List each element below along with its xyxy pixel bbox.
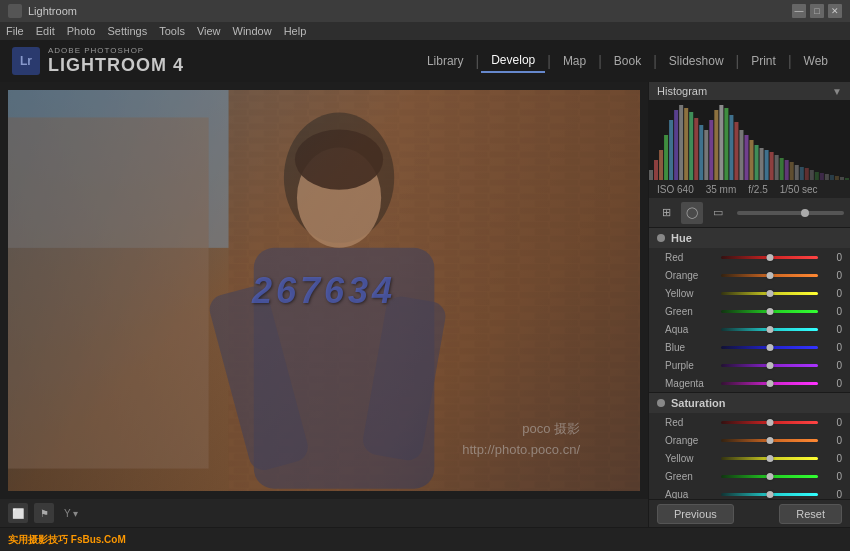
hue-header[interactable]: Hue <box>649 228 850 248</box>
sat-yellow-value: 0 <box>822 453 842 464</box>
hue-blue-row: Blue 0 <box>649 338 850 356</box>
tab-develop[interactable]: Develop <box>481 49 545 73</box>
sat-orange-row: Orange 0 <box>649 431 850 449</box>
hue-aqua-track[interactable] <box>721 328 818 331</box>
menu-view[interactable]: View <box>197 25 221 37</box>
top-nav: Lr ADOBE PHOTOSHOP LIGHTROOM 4 Library |… <box>0 40 850 82</box>
hue-orange-track[interactable] <box>721 274 818 277</box>
saturation-header-left: Saturation <box>657 397 725 409</box>
sat-green-track[interactable] <box>721 475 818 478</box>
close-button[interactable]: ✕ <box>828 4 842 18</box>
svg-rect-19 <box>684 108 688 180</box>
svg-rect-24 <box>709 120 713 180</box>
svg-rect-46 <box>820 173 824 180</box>
svg-rect-47 <box>825 174 829 180</box>
previous-button[interactable]: Previous <box>657 504 734 524</box>
minimize-button[interactable]: — <box>792 4 806 18</box>
sat-green-row: Green 0 <box>649 467 850 485</box>
histogram-title: Histogram <box>657 85 707 97</box>
sat-aqua-track[interactable] <box>721 493 818 496</box>
nav-tabs: Library | Develop | Map | Book | Slidesh… <box>417 49 838 73</box>
photo-toolbar: ⬜ ⚑ Y ▾ <box>0 499 648 527</box>
svg-point-9 <box>295 129 383 189</box>
sat-yellow-track[interactable] <box>721 457 818 460</box>
hue-purple-label: Purple <box>665 360 717 371</box>
sat-orange-value: 0 <box>822 435 842 446</box>
tab-library[interactable]: Library <box>417 50 474 72</box>
sat-aqua-label: Aqua <box>665 489 717 500</box>
svg-rect-22 <box>699 125 703 180</box>
sat-red-value: 0 <box>822 417 842 428</box>
hue-red-row: Red 0 <box>649 248 850 266</box>
hue-green-value: 0 <box>822 306 842 317</box>
sat-red-track[interactable] <box>721 421 818 424</box>
saturation-header[interactable]: Saturation <box>649 393 850 413</box>
tab-slideshow[interactable]: Slideshow <box>659 50 734 72</box>
tab-sep-2: | <box>547 53 551 69</box>
hue-blue-track[interactable] <box>721 346 818 349</box>
menu-window[interactable]: Window <box>233 25 272 37</box>
menu-edit[interactable]: Edit <box>36 25 55 37</box>
menu-settings[interactable]: Settings <box>107 25 147 37</box>
menu-photo[interactable]: Photo <box>67 25 96 37</box>
svg-rect-37 <box>775 155 779 180</box>
tool-rect[interactable]: ▭ <box>707 202 729 224</box>
sat-yellow-row: Yellow 0 <box>649 449 850 467</box>
menu-tools[interactable]: Tools <box>159 25 185 37</box>
main-area: 267634 poco 摄影 http://photo.poco.cn/ ⬜ ⚑… <box>0 82 850 527</box>
svg-rect-18 <box>679 105 683 180</box>
hue-green-row: Green 0 <box>649 302 850 320</box>
hue-purple-value: 0 <box>822 360 842 371</box>
sat-orange-track[interactable] <box>721 439 818 442</box>
shutter-value: 1/50 sec <box>780 184 818 195</box>
svg-rect-38 <box>780 158 784 180</box>
title-bar: Lightroom — □ ✕ <box>0 0 850 22</box>
reset-button[interactable]: Reset <box>779 504 842 524</box>
menu-file[interactable]: File <box>6 25 24 37</box>
svg-rect-29 <box>734 122 738 180</box>
photo-container[interactable]: 267634 poco 摄影 http://photo.poco.cn/ <box>0 82 648 499</box>
svg-rect-40 <box>790 162 794 180</box>
title-bar-left: Lightroom <box>8 4 77 18</box>
hue-red-track[interactable] <box>721 256 818 259</box>
svg-rect-13 <box>654 160 658 180</box>
toolbar-label: Y ▾ <box>64 508 78 519</box>
tab-book[interactable]: Book <box>604 50 651 72</box>
tab-print[interactable]: Print <box>741 50 786 72</box>
hue-red-label: Red <box>665 252 717 263</box>
menu-bar: File Edit Photo Settings Tools View Wind… <box>0 22 850 40</box>
svg-rect-39 <box>785 160 789 180</box>
right-panel: Histogram ▼ <box>648 82 850 527</box>
tool-flag[interactable]: ⚑ <box>34 503 54 523</box>
tool-crop[interactable]: ⬜ <box>8 503 28 523</box>
svg-rect-34 <box>760 148 764 180</box>
hue-green-track[interactable] <box>721 310 818 313</box>
hue-yellow-track[interactable] <box>721 292 818 295</box>
tone-slider[interactable] <box>737 211 844 215</box>
sat-yellow-label: Yellow <box>665 453 717 464</box>
svg-rect-36 <box>770 152 774 180</box>
lr-title-block: ADOBE PHOTOSHOP LIGHTROOM 4 <box>48 46 184 76</box>
hue-magenta-track[interactable] <box>721 382 818 385</box>
hue-aqua-row: Aqua 0 <box>649 320 850 338</box>
hue-header-left: Hue <box>657 232 692 244</box>
hue-purple-track[interactable] <box>721 364 818 367</box>
panel-scroll[interactable]: Hue Red 0 Orange 0 Yellow 0 <box>649 228 850 499</box>
svg-rect-14 <box>659 150 663 180</box>
tab-sep-5: | <box>736 53 740 69</box>
histogram-expand[interactable]: ▼ <box>832 86 842 97</box>
tab-map[interactable]: Map <box>553 50 596 72</box>
maximize-button[interactable]: □ <box>810 4 824 18</box>
hue-red-value: 0 <box>822 252 842 263</box>
tab-web[interactable]: Web <box>794 50 838 72</box>
svg-rect-48 <box>830 175 834 180</box>
menu-help[interactable]: Help <box>284 25 307 37</box>
tool-circle[interactable]: ◯ <box>681 202 703 224</box>
tool-grid[interactable]: ⊞ <box>655 202 677 224</box>
histogram-area <box>649 100 850 180</box>
status-text: 实用摄影技巧 FsBus.CoM <box>8 533 126 547</box>
svg-rect-33 <box>755 145 759 180</box>
window-title: Lightroom <box>28 5 77 17</box>
svg-rect-42 <box>800 167 804 180</box>
svg-rect-44 <box>810 170 814 180</box>
